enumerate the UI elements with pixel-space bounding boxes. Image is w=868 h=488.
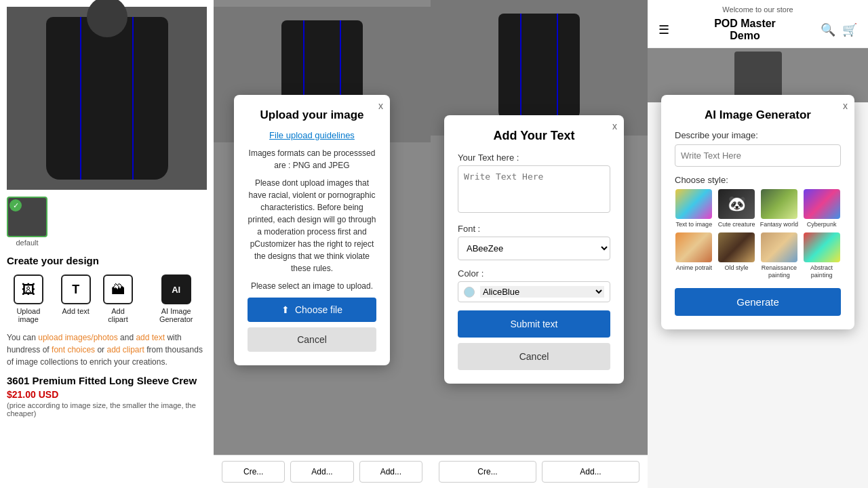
- add-clipart-link[interactable]: add clipart: [106, 345, 144, 354]
- center-right-panel: x Add Your Text Your Text here : Font : …: [431, 0, 648, 488]
- style-label-anime: Anime potrait: [676, 264, 712, 272]
- center-right-bottom-bar: Cre... Add...: [431, 455, 648, 488]
- hamburger-icon[interactable]: ☰: [658, 22, 669, 37]
- addtext-cancel-button[interactable]: Cancel: [458, 343, 610, 370]
- font-select[interactable]: ABeeZee: [458, 237, 610, 260]
- thumb-checkmark: ✓: [9, 199, 22, 211]
- generate-button[interactable]: Generate: [675, 288, 841, 316]
- mini-guide-left2: [520, 14, 521, 122]
- style-cyberpunk[interactable]: Cyberpunk: [802, 189, 841, 228]
- ai-style-label: Choose style:: [675, 175, 841, 185]
- store-welcome: Welcome to our store: [658, 5, 857, 14]
- add-text-label: Add text: [62, 307, 89, 315]
- color-select[interactable]: AliceBlue: [480, 286, 604, 298]
- style-label-cyberpunk: Cyberpunk: [807, 221, 837, 228]
- style-thumb-renaissance: [761, 232, 797, 262]
- store-header: Welcome to our store ☰ POD Master Demo 🔍…: [648, 0, 868, 48]
- upload-image-label: Upload image: [7, 307, 50, 323]
- shirt-preview: [46, 17, 168, 180]
- bottom-add2-btn[interactable]: Add...: [359, 461, 422, 483]
- upload-icon: ⬆: [281, 304, 290, 315]
- style-abstract[interactable]: Abstract painting: [802, 232, 841, 279]
- upload-cancel-button[interactable]: Cancel: [248, 327, 376, 352]
- ai-describe-label: Describe your image:: [675, 130, 841, 140]
- store-icons-group: 🔍 🛒: [821, 22, 857, 37]
- guide-line-left: [80, 17, 81, 180]
- upload-para1: Images formats can be processsed are : P…: [248, 147, 376, 171]
- ai-modal-title: AI Image Generator: [675, 108, 841, 122]
- store-nav: ☰ POD Master Demo 🔍 🛒: [658, 18, 857, 42]
- desc-prefix: You can: [7, 333, 38, 342]
- style-anime-portrait[interactable]: Anime potrait: [675, 232, 713, 279]
- choose-file-label: Choose file: [295, 304, 342, 315]
- style-label-abstract: Abstract painting: [802, 264, 841, 279]
- thumbnail-label: default: [7, 239, 47, 247]
- style-label-renaissance: Renaissance painting: [760, 264, 799, 279]
- tool-add-text[interactable]: T Add text: [61, 274, 91, 323]
- addtext-modal: x Add Your Text Your Text here : Font : …: [444, 115, 624, 384]
- color-dot: [464, 287, 475, 298]
- center-left-panel: x Upload your image File upload guidelin…: [214, 0, 431, 488]
- upload-modal: x Upload your image File upload guidelin…: [234, 95, 390, 365]
- tool-upload-image[interactable]: 🖼 Upload image: [7, 274, 50, 323]
- bottom-cre-btn[interactable]: Cre...: [222, 461, 285, 483]
- style-renaissance[interactable]: Renaissance painting: [760, 232, 799, 279]
- style-thumb-cyberpunk: [804, 189, 840, 219]
- left-panel: ✓ default Create your design 🖼 Upload im…: [0, 0, 214, 488]
- text-input-area[interactable]: [458, 165, 610, 213]
- upload-modal-close[interactable]: x: [378, 100, 383, 111]
- ai-style-grid: Text to image 🐼 Cute creature Fantasy wo…: [675, 189, 841, 279]
- desc-and: and: [120, 333, 136, 342]
- bottom-add-btn2[interactable]: Add...: [542, 461, 639, 483]
- font-label: Font :: [458, 224, 610, 234]
- upload-images-link[interactable]: upload images/photos: [38, 333, 117, 342]
- tool-ai-generator[interactable]: AI AI Image Generator: [145, 274, 207, 323]
- add-text-link[interactable]: add text: [136, 333, 165, 342]
- product-name: 3601 Premium Fitted Long Sleeve Crew: [7, 375, 207, 386]
- addtext-modal-close[interactable]: x: [612, 121, 617, 131]
- tool-add-clipart[interactable]: 🏔 Add clipart: [102, 274, 135, 323]
- ai-modal-close[interactable]: x: [843, 100, 848, 111]
- center-right-shirt: [498, 14, 580, 122]
- style-old-style[interactable]: Old style: [717, 232, 756, 279]
- your-text-label: Your Text here :: [458, 152, 610, 163]
- upload-modal-title: Upload your image: [248, 108, 376, 122]
- style-label-fantasy: Fantasy world: [760, 221, 798, 228]
- design-tools: 🖼 Upload image T Add text 🏔 Add clipart …: [7, 274, 207, 323]
- upload-image-icon: 🖼: [14, 274, 43, 304]
- ai-modal: x AI Image Generator Describe your image…: [661, 95, 854, 329]
- style-label-text: Text to image: [676, 221, 713, 228]
- bottom-add-btn[interactable]: Add...: [290, 461, 353, 483]
- search-icon[interactable]: 🔍: [821, 22, 835, 37]
- ai-describe-input[interactable]: [675, 144, 841, 167]
- upload-guidelines-link[interactable]: File upload guidelines: [248, 130, 376, 140]
- color-label: Color :: [458, 268, 610, 279]
- description-text: You can upload images/photos and add tex…: [7, 331, 207, 368]
- add-clipart-label: Add clipart: [102, 307, 135, 323]
- ai-generator-icon: AI: [161, 274, 191, 304]
- style-label-creature: Cute creature: [718, 221, 755, 228]
- store-product-preview: [648, 48, 868, 102]
- font-choices-link[interactable]: font choices: [52, 345, 95, 354]
- store-logo: POD Master Demo: [714, 18, 776, 42]
- style-cute-creature[interactable]: 🐼 Cute creature: [717, 189, 756, 228]
- store-logo-line1: POD Master: [714, 18, 776, 30]
- color-select-wrapper: AliceBlue: [458, 281, 610, 302]
- style-thumb-text: [675, 189, 712, 219]
- style-thumb-anime: [675, 232, 712, 262]
- style-thumb-abstract: [804, 232, 840, 262]
- thumbnail-default[interactable]: ✓: [7, 197, 47, 237]
- cart-icon[interactable]: 🛒: [842, 22, 857, 37]
- style-fantasy-world[interactable]: Fantasy world: [760, 189, 799, 228]
- bottom-cre-btn2[interactable]: Cre...: [439, 461, 536, 483]
- design-section-title: Create your design: [7, 255, 207, 266]
- choose-file-button[interactable]: ⬆ Choose file: [248, 298, 376, 322]
- desc-or: or: [97, 345, 106, 354]
- style-thumb-fantasy: [761, 189, 797, 219]
- submit-text-button[interactable]: Submit text: [458, 310, 610, 338]
- style-text-to-image[interactable]: Text to image: [675, 189, 713, 228]
- guide-line-right: [132, 17, 134, 180]
- style-thumb-old: [718, 232, 755, 262]
- mini-guide-right2: [557, 14, 558, 122]
- add-text-icon: T: [61, 274, 91, 304]
